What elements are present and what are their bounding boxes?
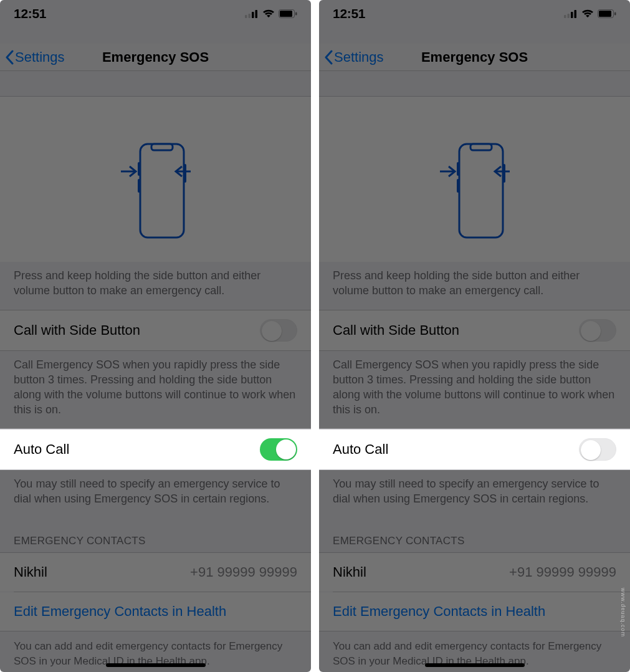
screenshot-0: 12:51 Settings Emergency SOS: [0, 0, 311, 672]
illustration-footer: Press and keep holding the side button a…: [319, 262, 630, 310]
wifi-icon: [581, 9, 594, 18]
call-side-footer: Call Emergency SOS when you rapidly pres…: [319, 351, 630, 429]
about-privacy-link[interactable]: About Emergency SOS & Privacy: [14, 669, 297, 672]
home-indicator[interactable]: [425, 663, 525, 667]
svg-rect-14: [564, 15, 566, 18]
status-time: 12:51: [333, 6, 365, 21]
home-indicator[interactable]: [106, 663, 206, 667]
call-side-toggle[interactable]: [260, 319, 297, 342]
back-label: Settings: [334, 49, 384, 65]
svg-rect-7: [140, 144, 184, 238]
contact-phone: +91 99999 99999: [509, 564, 616, 580]
auto-call-cell[interactable]: Auto Call: [0, 429, 311, 470]
auto-call-label: Auto Call: [333, 441, 388, 458]
wifi-icon: [262, 9, 275, 18]
call-side-button-cell[interactable]: Call with Side Button: [0, 310, 311, 351]
back-button[interactable]: Settings: [324, 49, 384, 65]
svg-rect-5: [280, 11, 292, 17]
status-bar: 12:51: [0, 0, 311, 27]
illustration-area: [0, 96, 311, 262]
status-icons: [245, 9, 297, 18]
illustration-footer: Press and keep holding the side button a…: [0, 262, 311, 310]
chevron-left-icon: [324, 50, 333, 65]
back-button[interactable]: Settings: [5, 49, 65, 65]
call-side-footer: Call Emergency SOS when you rapidly pres…: [0, 351, 311, 429]
svg-rect-10: [138, 179, 140, 193]
edit-contacts-link[interactable]: Edit Emergency Contacts in Health: [319, 592, 630, 631]
svg-rect-23: [457, 162, 459, 176]
call-side-label: Call with Side Button: [14, 322, 140, 338]
svg-rect-3: [255, 10, 258, 18]
svg-rect-21: [459, 144, 503, 238]
svg-rect-15: [568, 14, 570, 18]
svg-rect-6: [295, 12, 297, 16]
svg-rect-20: [614, 12, 616, 16]
screenshot-1: 12:51 Settings Emergency SOS: [319, 0, 630, 672]
battery-icon: [598, 9, 616, 18]
contact-name: Nikhil: [333, 564, 366, 580]
svg-rect-0: [245, 15, 247, 18]
svg-rect-24: [457, 179, 459, 193]
svg-rect-1: [249, 14, 251, 18]
svg-rect-16: [571, 12, 573, 18]
chevron-left-icon: [5, 50, 14, 65]
auto-call-cell[interactable]: Auto Call: [319, 429, 630, 470]
auto-call-label: Auto Call: [14, 441, 69, 458]
about-privacy-link[interactable]: About Emergency SOS & Privacy: [333, 669, 616, 672]
auto-call-footer: You may still need to specify an emergen…: [319, 470, 630, 518]
svg-rect-22: [470, 144, 492, 150]
status-bar: 12:51: [319, 0, 630, 27]
svg-rect-9: [138, 162, 140, 176]
watermark: www.deuaq.com: [620, 588, 626, 637]
call-side-toggle[interactable]: [579, 319, 616, 342]
auto-call-toggle[interactable]: [260, 438, 297, 461]
nav-bar: Settings Emergency SOS: [0, 44, 311, 71]
svg-rect-8: [151, 144, 173, 150]
status-time: 12:51: [14, 6, 46, 21]
emergency-contacts-header: EMERGENCY CONTACTS: [319, 517, 630, 552]
emergency-contacts-header: EMERGENCY CONTACTS: [0, 517, 311, 552]
nav-bar: Settings Emergency SOS: [319, 44, 630, 71]
svg-rect-25: [503, 164, 505, 183]
contact-name: Nikhil: [14, 564, 47, 580]
svg-rect-11: [184, 164, 186, 183]
back-label: Settings: [15, 49, 65, 65]
signal-icon: [245, 10, 259, 18]
signal-icon: [564, 10, 578, 18]
auto-call-footer: You may still need to specify an emergen…: [0, 470, 311, 518]
auto-call-toggle[interactable]: [579, 438, 616, 461]
phone-illustration: [413, 140, 537, 243]
call-side-button-cell[interactable]: Call with Side Button: [319, 310, 630, 351]
emergency-contact-row[interactable]: Nikhil +91 99999 99999: [0, 552, 311, 592]
phone-illustration: [93, 140, 218, 243]
battery-icon: [279, 9, 297, 18]
svg-rect-17: [575, 10, 577, 18]
svg-rect-19: [599, 11, 611, 17]
svg-rect-2: [252, 12, 254, 18]
illustration-area: [319, 96, 630, 262]
edit-contacts-link[interactable]: Edit Emergency Contacts in Health: [0, 592, 311, 631]
call-side-label: Call with Side Button: [333, 322, 459, 338]
emergency-contact-row[interactable]: Nikhil +91 99999 99999: [319, 552, 630, 592]
status-icons: [564, 9, 616, 18]
contact-phone: +91 99999 99999: [190, 564, 297, 580]
